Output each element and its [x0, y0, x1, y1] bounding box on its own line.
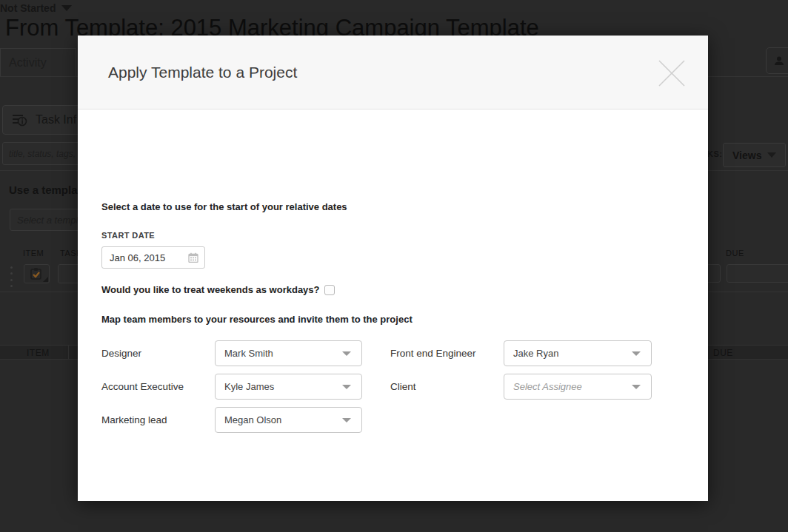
weekend-question-label: Would you like to treat weekends as work… — [101, 284, 320, 295]
filter-placeholder: title, status, tags, e — [9, 149, 83, 159]
tab-activity[interactable]: Activity — [0, 48, 76, 77]
close-button[interactable] — [656, 58, 687, 89]
partial-label: KS: — [707, 149, 722, 158]
task-type-button[interactable] — [24, 264, 50, 283]
modal-header: Apply Template to a Project — [78, 36, 708, 110]
views-dropdown[interactable]: Views — [723, 143, 786, 167]
tab-activity-label: Activity — [9, 56, 47, 70]
start-date-value: Jan 06, 2015 — [110, 252, 165, 263]
date-section-heading: Select a date to use for the start of yo… — [101, 201, 347, 212]
map-team-heading: Map team members to your resources and i… — [101, 314, 413, 325]
assignee-dropdown-designer[interactable]: Mark Smith — [215, 340, 362, 366]
assignee-dropdown-front-end-engineer[interactable]: Jake Ryan — [504, 340, 652, 366]
drag-handle[interactable] — [10, 266, 15, 287]
chevron-down-icon — [632, 351, 641, 356]
task-info-label: Task Inf — [36, 113, 76, 127]
role-label-account-executive: Account Executive — [101, 381, 184, 392]
chevron-down-icon — [632, 385, 641, 389]
apply-template-modal: Apply Template to a Project Select a dat… — [78, 36, 708, 501]
person-icon — [774, 55, 784, 66]
chevron-down-icon — [767, 152, 776, 158]
field-row: Designer — [101, 340, 141, 366]
role-label-marketing-lead: Marketing lead — [101, 414, 167, 425]
band-header-item: ITEM — [27, 348, 50, 358]
due-date-input[interactable] — [727, 264, 788, 283]
field-row: Marketing lead — [101, 407, 167, 433]
assignee-value: Jake Ryan — [513, 348, 558, 359]
assignee-value: Megan Olson — [224, 414, 281, 425]
field-row: Account Executive — [101, 374, 184, 400]
assignee-value: Mark Smith — [224, 348, 273, 359]
task-info-icon — [12, 113, 28, 127]
assignee-dropdown-account-executive[interactable]: Kyle James — [215, 374, 362, 400]
assignee-dropdown-marketing-lead[interactable]: Megan Olson — [215, 407, 362, 433]
field-row: Client — [390, 374, 416, 400]
chevron-down-icon — [61, 5, 72, 11]
role-label-designer: Designer — [101, 348, 141, 359]
start-date-label: START DATE — [101, 231, 155, 240]
chevron-down-icon — [342, 385, 351, 389]
resize-corner-icon — [43, 277, 48, 282]
role-label-front-end-engineer: Front end Engineer — [390, 348, 476, 359]
chevron-down-icon — [342, 418, 351, 422]
assignee-value: Kyle James — [224, 381, 274, 392]
template-placeholder: Select a templat — [17, 215, 86, 226]
assignee-placeholder: Select Assignee — [513, 381, 582, 392]
status-label: Not Started — [0, 2, 56, 14]
chevron-down-icon — [342, 351, 351, 356]
use-template-heading: Use a templa — [9, 183, 78, 196]
column-header-due: DUE — [726, 249, 744, 257]
close-icon — [657, 58, 687, 88]
weekend-checkbox[interactable] — [324, 285, 335, 295]
role-label-client: Client — [390, 381, 416, 392]
start-date-input[interactable]: Jan 06, 2015 — [101, 246, 205, 269]
calendar-icon — [188, 252, 198, 263]
user-avatar-button[interactable] — [766, 47, 788, 74]
field-row: Front end Engineer — [390, 340, 476, 366]
assignee-dropdown-client[interactable]: Select Assignee — [504, 374, 652, 400]
column-header-item: ITEM — [23, 249, 44, 257]
band-divider — [68, 346, 69, 359]
views-label: Views — [732, 149, 761, 161]
status-dropdown[interactable]: Not Started — [0, 2, 72, 14]
modal-title: Apply Template to a Project — [108, 64, 297, 81]
band-header-due: DUE — [713, 348, 733, 358]
clipboard-check-icon — [30, 267, 43, 280]
modal-body: Select a date to use for the start of yo… — [78, 110, 708, 500]
